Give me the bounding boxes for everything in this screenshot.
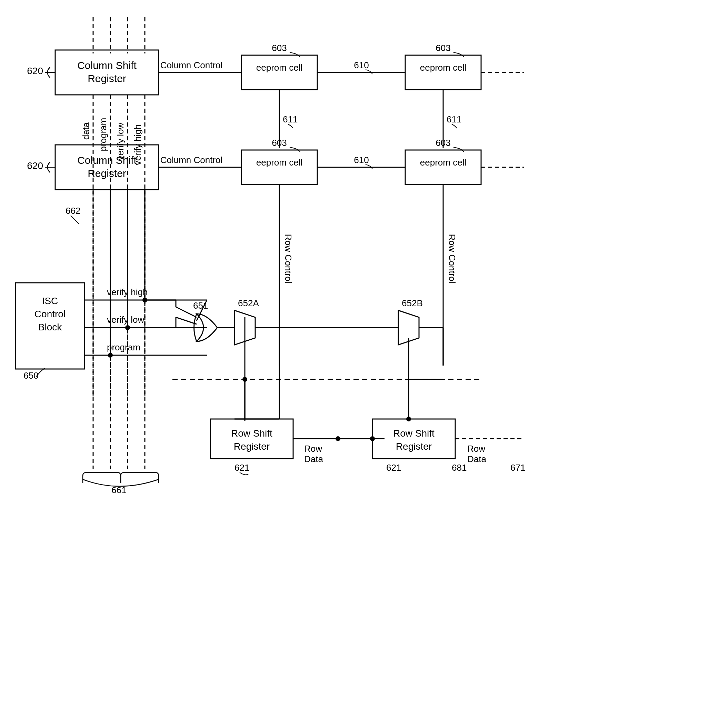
svg-text:603: 603 [272,138,287,148]
svg-text:671: 671 [510,463,525,473]
svg-text:620: 620 [27,65,43,76]
svg-text:603: 603 [272,43,287,53]
svg-text:662: 662 [65,206,80,216]
svg-text:Row Shift: Row Shift [393,428,435,439]
svg-text:Row Control: Row Control [283,234,293,283]
svg-text:data: data [81,122,91,140]
svg-text:Control: Control [35,309,65,319]
svg-point-116 [370,436,375,441]
svg-text:Column Shift: Column Shift [77,59,136,71]
svg-text:611: 611 [283,114,297,125]
svg-rect-101 [373,419,455,458]
svg-text:verify low: verify low [107,315,145,325]
svg-text:650: 650 [23,370,38,381]
svg-text:621: 621 [235,463,249,473]
svg-text:Column Control: Column Control [160,60,223,70]
svg-text:681: 681 [452,463,467,473]
svg-text:610: 610 [354,60,369,70]
svg-text:Row Shift: Row Shift [231,428,273,439]
svg-text:620: 620 [27,160,43,171]
svg-line-74 [176,317,197,324]
circuit-diagram-svg: Column Shift Register 620 data program v… [0,0,728,708]
svg-text:program: program [107,342,141,353]
svg-point-118 [242,377,247,382]
svg-text:Row: Row [467,444,485,454]
svg-rect-84 [210,419,293,458]
svg-text:Block: Block [38,322,62,332]
svg-text:603: 603 [435,43,450,53]
diagram-container: Column Shift Register 620 data program v… [0,0,728,708]
svg-text:Row Control: Row Control [447,234,457,283]
svg-text:Column Shift: Column Shift [77,154,136,166]
svg-text:610: 610 [354,155,369,165]
svg-rect-32 [55,145,159,190]
svg-text:621: 621 [386,463,401,473]
svg-text:eeprom cell: eeprom cell [256,62,302,73]
svg-text:Register: Register [234,441,270,452]
svg-text:Register: Register [396,441,432,452]
svg-text:Register: Register [88,168,126,179]
svg-text:Row: Row [304,444,322,454]
svg-text:Register: Register [88,73,126,84]
svg-text:652B: 652B [402,298,423,308]
svg-text:ISC: ISC [42,296,58,306]
svg-text:611: 611 [447,114,461,125]
svg-text:652A: 652A [238,298,259,308]
svg-text:Column Control: Column Control [160,155,223,165]
svg-text:603: 603 [435,138,450,148]
svg-text:Data: Data [304,454,323,464]
svg-rect-4 [55,50,159,95]
svg-text:eeprom cell: eeprom cell [420,157,466,168]
svg-text:eeprom cell: eeprom cell [256,157,302,168]
svg-text:eeprom cell: eeprom cell [420,62,466,73]
svg-text:program: program [98,118,108,151]
svg-text:Data: Data [467,454,486,464]
